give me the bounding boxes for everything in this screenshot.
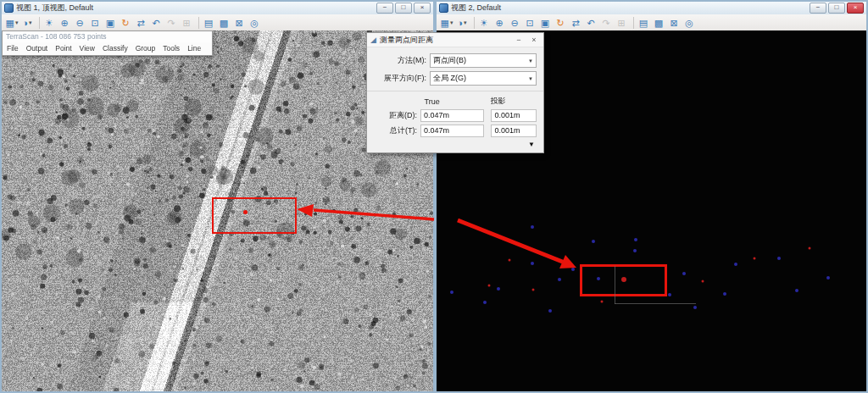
terrascan-menu-classify[interactable]: Classify xyxy=(103,44,128,53)
zoom-in-icon[interactable]: ⊕ xyxy=(492,16,507,30)
pan-view-icon[interactable]: ⇄ xyxy=(568,16,583,30)
pan-view-icon[interactable]: ⇄ xyxy=(133,16,148,30)
distance-true-field[interactable]: 0.047m xyxy=(420,109,484,122)
chevron-down-icon[interactable]: ▼ xyxy=(528,76,533,81)
close-button[interactable]: × xyxy=(847,3,864,14)
view-window-icon xyxy=(4,3,14,13)
saved-views-icon[interactable]: ⊠ xyxy=(666,16,682,30)
column-header-projected: 投影 xyxy=(488,96,537,107)
terrascan-menu-view[interactable]: View xyxy=(80,44,95,53)
view2-titlebar[interactable]: 视图 2, Default − □ × xyxy=(437,2,866,14)
dialog-body: 方法(M): 两点间(B) ▼ 展平方向(F): 全局 Z(G) ▼ True … xyxy=(367,47,543,152)
measure-distance-icon: ◢ xyxy=(370,36,376,44)
view-next-icon[interactable]: ↷ xyxy=(164,16,179,30)
view-attributes-icon[interactable]: ▦▾ xyxy=(439,16,454,30)
window-area-icon[interactable]: ⊡ xyxy=(522,16,537,30)
method-value: 两点间(B) xyxy=(433,55,466,66)
zoom-in-icon[interactable]: ⊕ xyxy=(57,16,72,30)
zoom-out-icon[interactable]: ⊖ xyxy=(507,16,522,30)
terrascan-menu-file[interactable]: File xyxy=(7,44,19,53)
restore-button[interactable]: □ xyxy=(828,3,845,14)
saved-views-icon[interactable]: ⊠ xyxy=(231,16,247,30)
method-label: 方法(M): xyxy=(374,55,430,66)
terrascan-menu-line[interactable]: Line xyxy=(187,44,201,53)
terrascan-menu-tools[interactable]: Tools xyxy=(163,44,180,53)
view-previous-icon[interactable]: ↶ xyxy=(583,16,598,30)
flatten-direction-value: 全局 Z(G) xyxy=(433,73,466,84)
method-select[interactable]: 两点间(B) ▼ xyxy=(430,53,537,68)
flatten-direction-label: 展平方向(F): xyxy=(374,73,430,84)
display-style-icon[interactable]: ◑▾ xyxy=(454,16,470,30)
fit-view-icon[interactable]: ▣ xyxy=(103,16,118,30)
copy-view-icon[interactable]: ⊞ xyxy=(614,16,629,30)
window-area-icon[interactable]: ⊡ xyxy=(87,16,103,30)
clip-mask-icon[interactable]: ▩ xyxy=(216,16,231,30)
view1-title: 视图 1, 顶视图, Default xyxy=(16,3,374,14)
dialog-minimize-button[interactable]: − xyxy=(513,36,525,44)
total-projected-field[interactable]: 0.001m xyxy=(491,125,537,137)
view2-toolbar: ▦▾◑▾☀⊕⊖⊡▣↻⇄↶↷⊞▤▩⊠◎ xyxy=(437,14,866,31)
clip-mask-icon[interactable]: ▩ xyxy=(651,16,666,30)
terrascan-title[interactable]: TerraScan - 108 086 753 points xyxy=(3,31,212,42)
dialog-expander-icon[interactable]: ▼ xyxy=(374,140,537,150)
restore-button[interactable]: □ xyxy=(395,3,412,14)
flatten-direction-select[interactable]: 全局 Z(G) ▼ xyxy=(430,71,537,86)
adjust-brightness-icon[interactable]: ☀ xyxy=(42,16,57,30)
view2-window-controls: − □ × xyxy=(810,3,864,14)
terrascan-menu-group[interactable]: Group xyxy=(136,44,156,53)
view-window-icon xyxy=(439,3,448,13)
view-next-icon[interactable]: ↷ xyxy=(598,16,614,30)
close-button[interactable]: × xyxy=(414,3,431,14)
view2-title: 视图 2, Default xyxy=(451,3,807,14)
terrascan-menubar: FileOutputPointViewClassifyGroupToolsLin… xyxy=(3,42,212,55)
chevron-down-icon[interactable]: ▼ xyxy=(528,58,533,64)
total-true-field[interactable]: 0.047m xyxy=(420,125,484,137)
view-attributes-icon[interactable]: ▦▾ xyxy=(4,16,19,30)
toolbar-separator xyxy=(629,17,634,29)
toolbar-separator xyxy=(194,17,199,29)
dialog-divider xyxy=(367,91,543,91)
view-attributes-dropdown-icon[interactable]: ▾ xyxy=(450,19,453,26)
dialog-title: 测量两点间距离 xyxy=(380,35,509,46)
measure-distance-dialog: ◢ 测量两点间距离 − × 方法(M): 两点间(B) ▼ 展平方向(F): 全… xyxy=(366,32,544,153)
view1-titlebar[interactable]: 视图 1, 顶视图, Default − □ × xyxy=(2,2,433,14)
view-attributes-dropdown-icon[interactable]: ▾ xyxy=(15,19,19,26)
navigate-view-icon[interactable]: ◎ xyxy=(247,16,262,30)
navigate-view-icon[interactable]: ◎ xyxy=(682,16,697,30)
display-style-dropdown-icon[interactable]: ▾ xyxy=(464,19,467,26)
view-previous-icon[interactable]: ↶ xyxy=(148,16,164,30)
distance-label: 距离(D): xyxy=(374,110,420,121)
toolbar-separator xyxy=(35,17,40,29)
rotate-view-icon[interactable]: ↻ xyxy=(118,16,133,30)
fit-view-icon[interactable]: ▣ xyxy=(537,16,553,30)
adjust-brightness-icon[interactable]: ☀ xyxy=(476,16,492,30)
display-style-icon[interactable]: ◑▾ xyxy=(19,16,35,30)
dialog-titlebar[interactable]: ◢ 测量两点间距离 − × xyxy=(367,33,543,47)
total-label: 总计(T): xyxy=(374,125,420,136)
terrascan-menu-point[interactable]: Point xyxy=(55,44,71,53)
distance-projected-field[interactable]: 0.001m xyxy=(491,109,537,122)
toolbar-separator xyxy=(470,17,475,29)
minimize-button[interactable]: − xyxy=(810,3,826,14)
dialog-close-button[interactable]: × xyxy=(528,36,540,44)
copy-view-icon[interactable]: ⊞ xyxy=(179,16,194,30)
rotate-view-icon[interactable]: ↻ xyxy=(553,16,568,30)
minimize-button[interactable]: − xyxy=(376,3,393,14)
view1-window-controls: − □ × xyxy=(376,3,431,14)
clip-volume-icon[interactable]: ▤ xyxy=(636,16,651,30)
column-header-true: True xyxy=(422,97,488,106)
display-style-dropdown-icon[interactable]: ▾ xyxy=(29,19,32,26)
zoom-out-icon[interactable]: ⊖ xyxy=(72,16,87,30)
clip-volume-icon[interactable]: ▤ xyxy=(201,16,216,30)
terrascan-window: TerraScan - 108 086 753 points FileOutpu… xyxy=(2,30,213,56)
terrascan-menu-output[interactable]: Output xyxy=(26,44,48,53)
view1-toolbar: ▦▾◑▾☀⊕⊖⊡▣↻⇄↶↷⊞▤▩⊠◎ xyxy=(2,14,433,31)
